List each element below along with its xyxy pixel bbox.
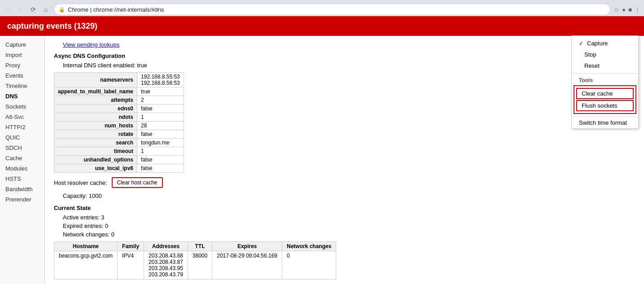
state-cell: beacons.gcp.gvt2.com [54,251,118,280]
dns-table-row: searchtongdun.me [54,139,184,147]
dns-key-cell: nameservers [54,73,137,87]
dropdown-tools-section: Tools Clear cache Flush sockets [572,74,638,117]
dropdown-reset[interactable]: Reset [572,60,638,71]
dropdown-capture[interactable]: Capture [572,38,638,49]
dns-table-row: rotatefalse [54,130,184,139]
sidebar: Capture Import Proxy Events Timeline DNS… [0,36,45,284]
bookmark-icon[interactable]: ☆ [614,6,619,13]
dns-value-cell: 1 [137,147,184,156]
dropdown-flush-sockets[interactable]: Flush sockets [576,100,634,111]
state-cell: 203.208.43.88 203.208.43.87 203.208.43.9… [144,251,188,280]
tools-highlighted-box: Clear cache Flush sockets [574,85,636,114]
dns-key-cell: use_local_ipv6 [54,164,137,173]
dns-key-cell: num_hosts [54,122,137,130]
dns-table-row: unhandled_optionsfalse [54,156,184,164]
forward-button[interactable]: → [16,5,25,14]
dns-key-cell: edns0 [54,105,137,113]
state-table-header: TTL [188,242,212,251]
dropdown-switch-time-format[interactable]: Switch time format [572,117,638,128]
async-dns-title: Async DNS Configuration [54,52,635,59]
view-pending-lookups-link[interactable]: View pending lookups [63,41,119,48]
clear-host-cache-button[interactable]: Clear host cache [112,177,163,188]
menu-icon[interactable]: ⋮ [635,6,640,13]
sidebar-item-dns[interactable]: DNS [0,91,44,101]
lock-icon: 🔒 [59,7,65,13]
sidebar-item-sdch[interactable]: SDCH [0,143,44,153]
dns-key-cell: timeout [54,147,137,156]
reload-button[interactable]: ⟳ [29,5,38,14]
dns-table-row: edns0false [54,105,184,113]
dns-value-cell: true [137,87,184,96]
header-bar: capturing events (1329) [0,16,644,36]
dropdown-menu: Capture Stop Reset Tools Clear cache Flu… [571,35,639,129]
state-table-header: Expires [212,242,282,251]
sidebar-item-capture[interactable]: Capture [0,39,44,50]
dns-key-cell: rotate [54,130,137,139]
state-table-header: Network changes [282,242,336,251]
sidebar-item-quic[interactable]: QUIC [0,132,44,143]
dns-key-cell: ndots [54,113,137,122]
sidebar-item-proxy[interactable]: Proxy [0,60,44,70]
state-table-row: beacons.gcp.gvt2.comIPV4203.208.43.88 20… [54,251,336,280]
internal-dns-label: Internal DNS client enabled: true [63,62,635,69]
sidebar-item-alt-svc[interactable]: Alt-Svc [0,112,44,122]
sidebar-item-prerender[interactable]: Prerender [0,194,44,205]
sidebar-item-hsts[interactable]: HSTS [0,174,44,184]
state-table: HostnameFamilyAddressesTTLExpiresNetwork… [54,241,336,280]
dns-key-cell: search [54,139,137,147]
dns-table-row: num_hosts28 [54,122,184,130]
state-cell: 2017-08-29 09:04:56.169 [212,251,282,280]
dns-value-cell: false [137,105,184,113]
dns-key-cell: append_to_multi_label_name [54,87,137,96]
dns-table-row: nameservers192.168.8.55:53 192.168.8.56:… [54,73,184,87]
page-title: capturing events (1329) [7,22,97,31]
dns-key-cell: unhandled_options [54,156,137,164]
home-button[interactable]: ⌂ [41,5,50,14]
sidebar-item-events[interactable]: Events [0,70,44,81]
dns-value-cell: tongdun.me [137,139,184,147]
dns-key-cell: attempts [54,96,137,105]
dns-value-cell: false [137,130,184,139]
state-cell: 0 [282,251,336,280]
extension-icon[interactable]: ■ [628,6,632,13]
state-table-header: Hostname [54,242,118,251]
sidebar-item-bandwidth[interactable]: Bandwidth [0,184,44,194]
browser-chrome: ← → ⟳ ⌂ 🔒 Chrome | chrome://net-internal… [0,0,644,16]
pending-lookups-item: View pending lookups [63,41,635,48]
sidebar-item-modules[interactable]: Modules [0,163,44,174]
dns-table-row: use_local_ipv6false [54,164,184,173]
tools-label: Tools [572,75,638,84]
expired-entries: Expired entries: 0 [63,223,635,229]
host-resolver-row: Host resolver cache: Clear host cache [54,177,635,188]
dns-value-cell: 192.168.8.55:53 192.168.8.56:53 [137,73,184,87]
dns-value-cell: false [137,164,184,173]
dns-value-cell: false [137,156,184,164]
sidebar-item-timeline[interactable]: Timeline [0,81,44,91]
dns-table-row: attempts2 [54,96,184,105]
user-icon[interactable]: ● [622,6,626,13]
address-text: Chrome | chrome://net-internals/#dns [68,6,605,13]
host-resolver-label: Host resolver cache: [54,179,107,186]
active-entries: Active entries: 3 [63,214,635,221]
main-layout: Capture Import Proxy Events Timeline DNS… [0,36,644,284]
sidebar-item-import[interactable]: Import [0,50,44,60]
sidebar-item-http2[interactable]: HTTP/2 [0,122,44,132]
dropdown-stop[interactable]: Stop [572,49,638,60]
state-cell: 38000 [188,251,212,280]
capacity-label: Capacity: 1000 [63,192,635,199]
dns-config-table: nameservers192.168.8.55:53 192.168.8.56:… [54,72,184,173]
content-area: View pending lookups Async DNS Configura… [45,36,644,284]
dns-table-row: timeout1 [54,147,184,156]
browser-actions: ☆ ● ■ ⋮ [614,6,640,13]
dns-value-cell: 1 [137,113,184,122]
state-table-header: Family [118,242,144,251]
dns-value-cell: 2 [137,96,184,105]
network-changes: Network changes: 0 [63,231,635,238]
back-button[interactable]: ← [4,5,13,14]
sidebar-item-sockets[interactable]: Sockets [0,101,44,112]
state-cell: IPV4 [118,251,144,280]
state-table-header: Addresses [144,242,188,251]
dns-table-row: append_to_multi_label_nametrue [54,87,184,96]
dropdown-clear-cache[interactable]: Clear cache [576,88,634,99]
sidebar-item-cache[interactable]: Cache [0,153,44,163]
